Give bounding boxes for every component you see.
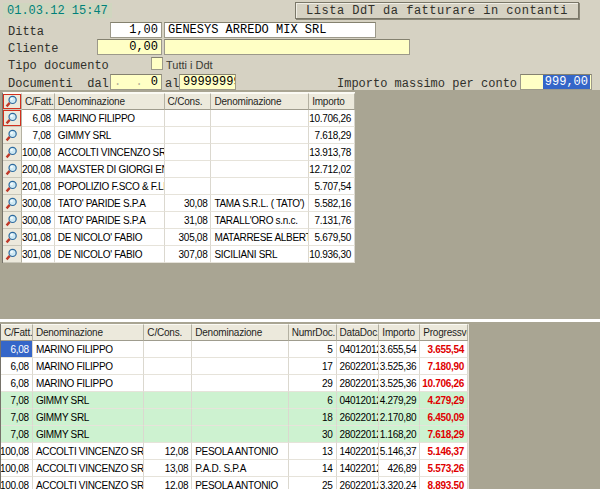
column-header[interactable]: Progressvo — [420, 324, 468, 341]
cell-den2 — [211, 144, 309, 161]
cell-cfatt: 301,08 — [22, 229, 55, 246]
cell-cfatt: 6,08 — [1, 341, 33, 358]
cell-prog: 4.279,29 — [420, 392, 468, 409]
cell-prog: 6.450,09 — [420, 409, 468, 426]
cell-den1: ACCOLTI VINCENZO SRL — [55, 144, 165, 161]
magnifier-icon[interactable] — [3, 229, 22, 246]
ditta-code-field[interactable]: 1,00 — [110, 22, 162, 38]
magnifier-glyph — [5, 146, 18, 159]
cell-den2: P.A.D. S.P.A — [192, 460, 289, 477]
magnifier-icon[interactable] — [3, 144, 22, 161]
table-row[interactable]: 201,08POPOLIZIO F.SCO & F.LLI s.n.c.5.70… — [3, 178, 355, 195]
ditta-name-field[interactable]: GENESYS ARREDO MIX SRL — [164, 22, 376, 38]
cell-den2: PESOLA ANTONIO — [192, 443, 289, 460]
magnifier-glyph — [5, 112, 18, 125]
column-header[interactable]: Denominazione — [55, 93, 165, 110]
cell-cfatt: 200,08 — [22, 161, 55, 178]
table-row[interactable]: 100,08ACCOLTI VINCENZO SRL13.913,78 — [3, 144, 355, 161]
cell-cfatt: 100,08 — [1, 443, 33, 460]
table-row[interactable]: 301,08DE NICOLO' FABIO305,08MATARRESE AL… — [3, 229, 355, 246]
magnifier-icon[interactable] — [3, 110, 22, 127]
column-header[interactable]: Denominazione — [33, 324, 144, 341]
cell-importo: 4.279,29 — [379, 392, 420, 409]
magnifier-icon[interactable] — [3, 178, 22, 195]
cell-ccons — [144, 341, 192, 358]
cliente-code-field[interactable]: 0,00 — [97, 39, 162, 55]
cell-cfatt: 201,08 — [22, 178, 55, 195]
documenti-dal-label: Documenti dal — [8, 77, 109, 91]
magnifier-glyph — [5, 197, 18, 210]
magnifier-icon[interactable] — [3, 212, 22, 229]
magnifier-glyph — [5, 95, 18, 108]
magnifier-glyph — [5, 180, 18, 193]
cell-cfatt: 6,08 — [22, 110, 55, 127]
documenti-al-field[interactable]: 99999999 — [179, 74, 236, 90]
column-header[interactable]: Importo — [379, 324, 420, 341]
magnifier-icon[interactable] — [3, 127, 22, 144]
table-row[interactable]: 300,08TATO' PARIDE S.P.A31,08TARALL'ORO … — [3, 212, 355, 229]
cell-den2: TAMA S.R.L. ( TATO') — [211, 195, 309, 212]
cell-importo: 12.712,02 — [309, 161, 355, 178]
cliente-name-field[interactable] — [164, 39, 410, 55]
importo-massimo-field[interactable]: 999,00 — [520, 74, 592, 90]
column-header[interactable]: C/Fatt. — [22, 93, 55, 110]
cell-den1: TATO' PARIDE S.P.A — [55, 195, 165, 212]
table-row[interactable]: 7,08GIMMY SRL7.618,29 — [3, 127, 355, 144]
magnifier-icon[interactable] — [3, 246, 22, 263]
column-header[interactable]: Importo — [309, 93, 355, 110]
cell-importo: 1.168,20 — [379, 426, 420, 443]
cell-den1: MAXSTER DI GIORGI ENRICO — [55, 161, 165, 178]
column-header[interactable]: Denominazione — [192, 324, 289, 341]
cell-numdoc: 5 — [289, 341, 337, 358]
table-row[interactable]: 7,08GIMMY SRL30280220121.168,207.618,29 — [1, 426, 468, 443]
table-row[interactable]: 7,08GIMMY SRL6040120124.279,294.279,29 — [1, 392, 468, 409]
cell-numdoc: 14 — [289, 460, 337, 477]
cell-cfatt: 7,08 — [1, 409, 33, 426]
cell-ccons — [165, 110, 212, 127]
date-mask: . . — [114, 75, 143, 89]
cell-ccons — [144, 392, 192, 409]
cell-den2 — [192, 358, 289, 375]
column-header[interactable]: DataDoc. — [337, 324, 380, 341]
table-row[interactable]: 6,08MARINO FILIPPO5040120123.655,543.655… — [1, 341, 468, 358]
importo-massimo-label: Importo massimo per conto — [337, 77, 517, 91]
cell-den2: PESOLA ANTONIO — [192, 477, 289, 489]
table-row[interactable]: 6,08MARINO FILIPPO17260220123.525,367.18… — [1, 358, 468, 375]
table-row[interactable]: 300,08TATO' PARIDE S.P.A30,08TAMA S.R.L.… — [3, 195, 355, 212]
table-row[interactable]: 100,08ACCOLTI VINCENZO SRL12,08PESOLA AN… — [1, 477, 468, 489]
cell-cfatt: 100,08 — [22, 144, 55, 161]
column-header[interactable]: C/Cons. — [144, 324, 192, 341]
cell-prog: 3.655,54 — [420, 341, 468, 358]
separator-line — [0, 319, 600, 322]
cell-datadoc: 26022012 — [337, 477, 380, 489]
cell-ccons — [165, 178, 212, 195]
table-row[interactable]: 100,08ACCOLTI VINCENZO SRL13,08P.A.D. S.… — [1, 460, 468, 477]
cell-importo: 7.131,76 — [309, 212, 355, 229]
column-header[interactable]: NumrDoc. — [289, 324, 337, 341]
magnifier-icon[interactable] — [3, 195, 22, 212]
table-row[interactable]: 6,08MARINO FILIPPO10.706,26 — [3, 110, 355, 127]
table-row[interactable]: 6,08MARINO FILIPPO29280220123.525,3610.7… — [1, 375, 468, 392]
column-header[interactable]: C/Fatt. — [1, 324, 33, 341]
cell-ccons: 12,08 — [144, 443, 192, 460]
cell-prog: 7.180,90 — [420, 358, 468, 375]
cell-datadoc: 14022012 — [337, 443, 380, 460]
cell-den1: GIMMY SRL — [33, 392, 144, 409]
cell-ccons: 30,08 — [165, 195, 212, 212]
cell-den2 — [192, 375, 289, 392]
cell-den2 — [211, 161, 309, 178]
column-header[interactable]: C/Cons. — [165, 93, 212, 110]
magnifier-icon[interactable] — [3, 161, 22, 178]
table-row[interactable]: 100,08ACCOLTI VINCENZO SRL12,08PESOLA AN… — [1, 443, 468, 460]
magnifier-icon[interactable] — [3, 93, 22, 110]
cell-ccons: 307,08 — [165, 246, 212, 263]
cliente-label: Cliente — [8, 42, 58, 56]
table-row[interactable]: 7,08GIMMY SRL18260220122.170,806.450,09 — [1, 409, 468, 426]
tipo-documento-field[interactable] — [151, 57, 163, 70]
cell-prog: 5.146,37 — [420, 443, 468, 460]
table-row[interactable]: 200,08MAXSTER DI GIORGI ENRICO12.712,02 — [3, 161, 355, 178]
cell-den1: ACCOLTI VINCENZO SRL — [33, 477, 144, 489]
documenti-dal-field[interactable]: . .0 — [110, 74, 162, 90]
column-header[interactable]: Denominazione — [211, 93, 309, 110]
table-row[interactable]: 301,08DE NICOLO' FABIO307,08SICILIANI SR… — [3, 246, 355, 263]
